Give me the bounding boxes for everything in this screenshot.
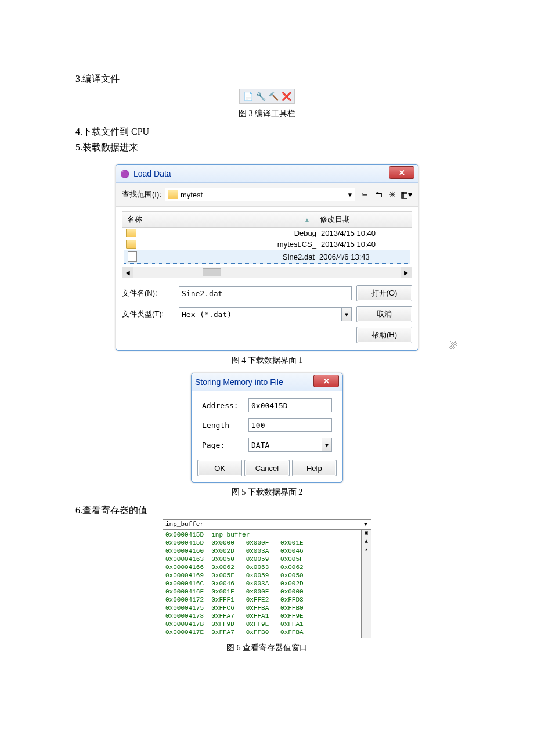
table-row: 0x0000415D 0x0000 0x000F 0x001E	[165, 539, 359, 547]
section-5-heading: 5.装载数据进来	[75, 142, 459, 154]
fig3-caption: 图 3 编译工具栏	[75, 109, 459, 119]
fig4-caption: 图 4 下载数据界面 1	[75, 355, 459, 366]
chevron-down-icon[interactable]: ▼	[322, 438, 331, 451]
variable-name-combo[interactable]: inp_buffer	[163, 520, 360, 529]
filetype-label: 文件类型(T):	[122, 309, 174, 319]
table-row: 0x0000416C 0x0046 0x003A 0x002D	[165, 579, 359, 588]
table-row: 0x0000417B 0xFF9D 0xFF9E 0xFFA1	[165, 620, 359, 628]
scroll-up-top-icon: ▲	[365, 538, 368, 546]
address-label: Address:	[202, 401, 248, 410]
register-window: inp_buffer ▼ 0x0000415D inp_buffer0x0000…	[163, 519, 371, 638]
help-button[interactable]: 帮助(H)	[356, 327, 412, 343]
table-row: 0x00004160 0x002D 0x003A 0x0046	[165, 547, 359, 555]
ok-button[interactable]: OK	[197, 460, 242, 476]
file-name: Debug	[294, 229, 316, 237]
vertical-scrollbar[interactable]: ▣ ▲ ▴	[361, 530, 371, 638]
file-name: mytest.CS_	[277, 240, 316, 249]
address-input[interactable]: 0x00415D	[248, 398, 332, 412]
scroll-close-icon: ▣	[365, 530, 368, 538]
up-folder-icon[interactable]: 🗀	[373, 189, 384, 200]
fig6-caption: 图 6 查看寄存器值窗口	[75, 643, 459, 653]
folder-icon	[168, 190, 178, 199]
folder-icon	[126, 240, 136, 249]
new-folder-icon[interactable]: ✳	[387, 189, 398, 200]
mem-dialog-title: Storing Memory into File	[195, 377, 283, 387]
page-combo[interactable]: DATA ▼	[248, 438, 332, 452]
close-button[interactable]: ✕	[313, 375, 339, 387]
column-date-header[interactable]: 修改日期	[315, 212, 412, 227]
app-icon: 🟣	[120, 168, 130, 179]
file-listview[interactable]: 名称 ▲ 修改日期 Debug2013/4/15 10:40mytest.CS_…	[122, 211, 412, 264]
list-item[interactable]: Debug2013/4/15 10:40	[122, 228, 412, 239]
open-button[interactable]: 打开(O)	[356, 285, 412, 301]
section-4-heading: 4.下载文件到 CPU	[75, 126, 459, 138]
filename-input[interactable]: Sine2.dat	[179, 286, 352, 300]
help-button[interactable]: Help	[292, 460, 337, 476]
table-row: 0x00004166 0x0062 0x0063 0x0062	[165, 563, 359, 571]
file-icon	[128, 251, 137, 262]
length-input[interactable]: 100	[248, 418, 332, 432]
load-data-dialog: 🟣 Load Data ✕ 查找范围(I): mytest ▼ ⇦ 🗀 ✳ ▦▾	[116, 164, 418, 351]
toolbar-icon-2[interactable]: 🔧	[255, 91, 266, 102]
table-row: 0x00004172 0xFFF1 0xFFE2 0xFFD3	[165, 596, 359, 604]
nav-icons: ⇦ 🗀 ✳ ▦▾	[359, 189, 412, 200]
filetype-combo[interactable]: Hex (*.dat) ▼	[179, 307, 352, 321]
storing-memory-dialog: Storing Memory into File ✕ Address: 0x00…	[191, 373, 343, 483]
table-row: 0x0000417E 0xFFA7 0xFFB0 0xFFBA	[165, 628, 359, 636]
chevron-down-icon[interactable]: ▼	[341, 308, 351, 321]
sort-asc-icon[interactable]: ▲	[304, 217, 310, 223]
list-item[interactable]: Sine2.dat2006/4/6 13:43	[124, 250, 410, 264]
section-6-heading: 6.查看寄存器的值	[75, 505, 459, 517]
table-row: 0x00004175 0xFFC6 0xFFBA 0xFFB0	[165, 604, 359, 612]
compile-toolbar: 📄 🔧 🔨 ❌	[239, 89, 295, 104]
folder-icon	[126, 229, 136, 237]
toolbar-icon-4[interactable]: ❌	[280, 91, 292, 102]
section-3-heading: 3.编译文件	[75, 73, 459, 85]
cancel-button[interactable]: 取消	[356, 306, 412, 322]
close-button[interactable]: ✕	[389, 166, 414, 179]
table-row: 0x0000416F 0x001E 0x000F 0x0000	[165, 588, 359, 596]
chevron-down-icon[interactable]: ▼	[360, 521, 371, 528]
fig5-caption: 图 5 下载数据界面 2	[75, 487, 459, 498]
table-row: 0x0000415D inp_buffer	[165, 531, 359, 539]
filename-label: 文件名(N):	[122, 288, 174, 298]
horizontal-scrollbar[interactable]: ◀ ▶	[122, 267, 412, 278]
file-date: 2006/4/6 13:43	[315, 253, 406, 261]
lookin-value: mytest	[181, 190, 203, 199]
table-row: 0x00004178 0xFFA7 0xFFA1 0xFF9E	[165, 612, 359, 620]
cancel-button[interactable]: Cancel	[244, 460, 289, 476]
toolbar-icon-3[interactable]: 🔨	[268, 91, 279, 102]
table-row: 0x00004169 0x005F 0x0059 0x0050	[165, 571, 359, 579]
file-name: Sine2.dat	[283, 253, 315, 261]
page-label: Page:	[202, 441, 248, 449]
scroll-up-icon: ▴	[365, 546, 368, 554]
length-label: Length	[202, 421, 248, 430]
list-item[interactable]: mytest.CS_2013/4/15 10:40	[122, 239, 412, 250]
toolbar-icon-1[interactable]: 📄	[242, 91, 254, 102]
scroll-right-icon[interactable]: ▶	[401, 267, 412, 278]
views-icon[interactable]: ▦▾	[400, 189, 412, 200]
dialog-title: Load Data	[134, 169, 171, 178]
chevron-down-icon[interactable]: ▼	[345, 188, 355, 201]
memory-table[interactable]: 0x0000415D inp_buffer0x0000415D 0x0000 0…	[163, 530, 361, 638]
back-icon[interactable]: ⇦	[359, 189, 370, 200]
file-date: 2013/4/15 10:40	[316, 229, 408, 237]
table-row: 0x00004163 0x0050 0x0059 0x005F	[165, 555, 359, 563]
scroll-left-icon[interactable]: ◀	[122, 267, 133, 278]
column-name-header[interactable]: 名称	[127, 214, 142, 225]
lookin-label: 查找范围(I):	[122, 189, 161, 200]
lookin-combo[interactable]: mytest ▼	[165, 188, 355, 201]
file-date: 2013/4/15 10:40	[316, 240, 408, 249]
